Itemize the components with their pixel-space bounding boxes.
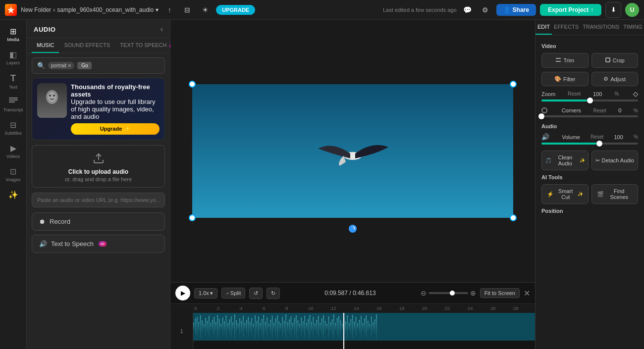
clean-audio-button[interactable]: 🎵 Clean Audio ✨ bbox=[541, 150, 589, 170]
detach-audio-button[interactable]: ✂ Detach Audio bbox=[591, 150, 639, 170]
corner-handle-tr[interactable] bbox=[510, 81, 517, 88]
tab-transitions[interactable]: TRANSITIONS bbox=[581, 20, 621, 35]
sidebar-item-text[interactable]: T Text bbox=[0, 70, 26, 93]
right-panel: EDIT EFFECTS TRANSITIONS TIMING Video Tr… bbox=[535, 20, 644, 349]
timeline-time: 0:09.587 / 0:46.613 bbox=[324, 290, 376, 297]
search-tag[interactable]: portrait ✕ bbox=[48, 62, 74, 69]
corner-handle-tl[interactable] bbox=[189, 81, 196, 88]
filename: sample_960x400_ocean_with_audio bbox=[57, 6, 154, 13]
play-button[interactable]: ▶ bbox=[175, 286, 190, 300]
track-content[interactable] bbox=[193, 313, 535, 349]
speed-button[interactable]: 1.0x ▾ bbox=[194, 288, 217, 299]
tab-effects[interactable]: EFFECTS bbox=[552, 20, 581, 35]
tab-timing[interactable]: TIMING bbox=[621, 20, 644, 35]
volume-thumb-handle[interactable] bbox=[596, 141, 602, 147]
tag-remove-icon[interactable]: ✕ bbox=[67, 63, 71, 68]
ruler-mark-26: :26 bbox=[489, 306, 496, 311]
text-to-speech-button[interactable]: 🔊 Text to Speech AI bbox=[32, 235, 165, 253]
promo-upgrade-button[interactable]: Upgrade ✨ bbox=[71, 123, 160, 135]
sidebar-item-subtitles[interactable]: ⊟ Subtitles bbox=[0, 117, 26, 139]
sidebar-item-images[interactable]: ⊡ Images bbox=[0, 164, 26, 185]
zoom-in-button[interactable]: ⊕ bbox=[470, 289, 476, 297]
smart-cut-button[interactable]: ⚡ Smart Cut ✨ bbox=[541, 184, 589, 204]
close-timeline-button[interactable]: ✕ bbox=[524, 289, 530, 298]
timeline: ▶ 1.0x ▾ ⌿ Split ↺ ↻ 0:09.587 / bbox=[170, 282, 535, 349]
export-button[interactable]: Export Project ↑ bbox=[540, 4, 601, 16]
svg-rect-76 bbox=[294, 318, 295, 336]
split-button[interactable]: ⌿ Split bbox=[221, 288, 245, 299]
settings-icon[interactable]: ⚙ bbox=[479, 3, 492, 17]
share-button[interactable]: 👤 Share bbox=[496, 4, 536, 16]
corners-label: Corners bbox=[562, 107, 581, 113]
sidebar-item-effects[interactable]: ✨ bbox=[0, 187, 26, 202]
search-bar[interactable]: 🔍 portrait ✕ Go bbox=[32, 57, 165, 74]
corners-reset[interactable]: Reset bbox=[593, 108, 606, 113]
svg-rect-36 bbox=[226, 315, 227, 338]
tab-edit[interactable]: EDIT bbox=[536, 20, 552, 35]
zoom-out-button[interactable]: ⊖ bbox=[421, 289, 427, 297]
upgrade-button[interactable]: UPGRADE bbox=[216, 5, 255, 15]
svg-rect-55 bbox=[258, 316, 259, 337]
svg-point-7 bbox=[48, 92, 56, 102]
zoom-track[interactable] bbox=[541, 100, 638, 101]
video-frame[interactable] bbox=[192, 84, 513, 218]
zoom-reset[interactable]: Reset bbox=[568, 91, 581, 97]
comment-icon[interactable]: 💬 bbox=[461, 3, 475, 17]
filter-button[interactable]: 🎨 Filter bbox=[541, 72, 589, 86]
record-button[interactable]: ⏺ Record bbox=[32, 212, 165, 231]
clean-audio-icon: 🎵 bbox=[545, 157, 552, 164]
volume-track[interactable] bbox=[541, 143, 638, 145]
svg-rect-24 bbox=[205, 318, 206, 336]
corner-handle-br[interactable] bbox=[510, 214, 517, 221]
layout-icon[interactable]: ⊟ bbox=[180, 3, 194, 17]
svg-rect-92 bbox=[322, 318, 322, 335]
trim-button[interactable]: Trim bbox=[541, 53, 589, 68]
adjust-icon: ⚙ bbox=[603, 76, 608, 82]
upload-title: Click to upload audio bbox=[68, 168, 128, 175]
zoom-diamond-icon[interactable]: ◇ bbox=[633, 90, 638, 98]
panel-close-button[interactable]: ‹ bbox=[161, 25, 163, 34]
rotate-handle[interactable] bbox=[349, 225, 357, 233]
crop-button[interactable]: Crop bbox=[591, 53, 639, 68]
find-scenes-button[interactable]: 🎬 Find Scenes bbox=[591, 184, 639, 204]
corner-handle-bl[interactable] bbox=[189, 214, 196, 221]
sidebar-item-videos[interactable]: ▶ Videos bbox=[0, 141, 26, 162]
download-button[interactable]: ⬇ bbox=[605, 2, 621, 18]
search-go-button[interactable]: Go bbox=[77, 62, 92, 69]
corners-track[interactable] bbox=[541, 115, 638, 117]
tab-music[interactable]: MUSIC bbox=[32, 38, 59, 53]
chevron-down-icon[interactable]: ▾ bbox=[156, 6, 159, 13]
tts-ai-badge: AI bbox=[99, 241, 107, 247]
sidebar-item-layers[interactable]: ◧ Layers bbox=[0, 47, 26, 68]
svg-rect-47 bbox=[245, 323, 246, 331]
zoom-thumb-handle[interactable] bbox=[587, 98, 593, 103]
timeline-controls: ▶ 1.0x ▾ ⌿ Split ↺ ↻ 0:09.587 / bbox=[170, 283, 535, 304]
video-preview bbox=[192, 84, 513, 218]
redo-button[interactable]: ↻ bbox=[267, 288, 280, 299]
svg-rect-98 bbox=[331, 319, 332, 334]
undo-button[interactable]: ↺ bbox=[249, 288, 263, 299]
upload-subtitle: or, drag and drop a file here bbox=[65, 176, 132, 182]
upload-area[interactable]: Click to upload audio or, drag and drop … bbox=[32, 145, 165, 188]
fit-to-screen-button[interactable]: Fit to Screen bbox=[480, 288, 520, 298]
sidebar-item-media[interactable]: ⊞ Media bbox=[0, 24, 26, 45]
track-clip[interactable] bbox=[193, 313, 535, 341]
undo-icon: ↺ bbox=[254, 290, 258, 297]
corners-thumb-handle[interactable] bbox=[538, 113, 544, 119]
svg-rect-41 bbox=[234, 314, 235, 339]
volume-reset[interactable]: Reset bbox=[590, 134, 603, 140]
url-input[interactable] bbox=[32, 193, 165, 207]
svg-rect-81 bbox=[303, 321, 304, 332]
ruler-mark-8: :8 bbox=[284, 306, 288, 311]
brightness-icon[interactable]: ☀ bbox=[198, 3, 212, 17]
svg-rect-124 bbox=[376, 314, 377, 339]
svg-rect-17 bbox=[193, 323, 194, 331]
adjust-button[interactable]: ⚙ Adjust bbox=[591, 72, 639, 86]
share-upload-icon[interactable]: ↑ bbox=[162, 3, 176, 17]
playhead[interactable] bbox=[343, 313, 344, 349]
zoom-thumb[interactable] bbox=[450, 291, 455, 296]
zoom-slider[interactable] bbox=[429, 292, 468, 294]
videos-icon: ▶ bbox=[10, 144, 16, 153]
sidebar-item-transcript[interactable]: Transcript bbox=[0, 95, 26, 115]
tab-sound-effects[interactable]: SOUND EFFECTS bbox=[59, 38, 115, 53]
